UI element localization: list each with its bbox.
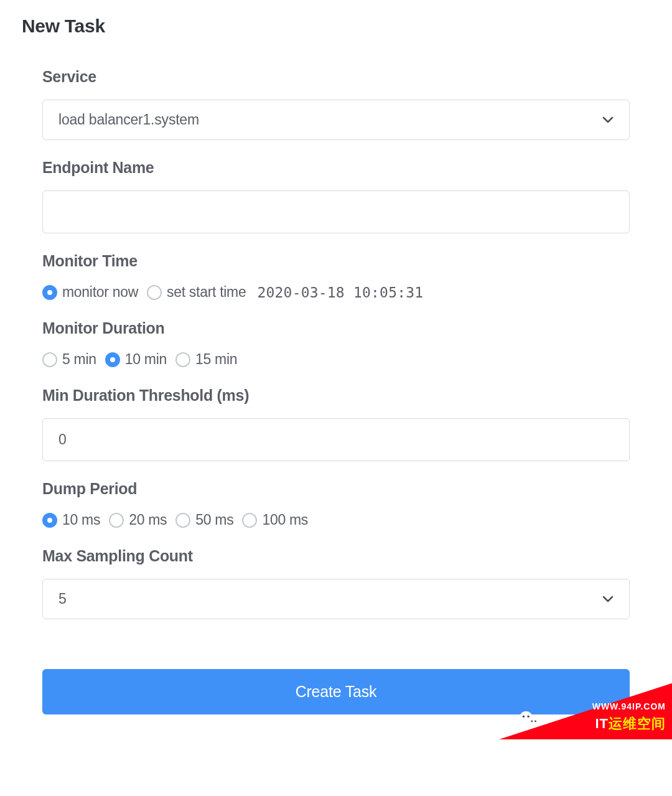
- dump-10ms-label: 10 ms: [62, 512, 100, 528]
- min-duration-threshold-label: Min Duration Threshold (ms): [42, 386, 630, 405]
- radio-icon: [175, 513, 190, 528]
- chevron-down-icon: [602, 596, 614, 603]
- set-start-time-option[interactable]: set start time: [147, 284, 246, 301]
- dump-period-group: Dump Period 10 ms 20 ms 50 ms 100 ms: [42, 480, 630, 528]
- svg-point-3: [527, 716, 529, 718]
- duration-10min-label: 10 min: [125, 351, 167, 368]
- set-start-time-label: set start time: [167, 284, 246, 301]
- dump-20ms-option[interactable]: 20 ms: [109, 512, 167, 528]
- monitor-duration-label: Monitor Duration: [42, 319, 630, 337]
- radio-icon: [42, 352, 57, 367]
- radio-icon: [105, 352, 120, 367]
- chevron-down-icon: [602, 116, 614, 124]
- monitor-now-label: monitor now: [62, 284, 138, 301]
- dump-period-label: Dump Period: [42, 480, 630, 498]
- max-sampling-count-select[interactable]: 5: [42, 579, 630, 619]
- dump-100ms-label: 100 ms: [262, 512, 308, 528]
- start-time-value: 2020-03-18 10:05:31: [257, 284, 423, 301]
- dump-20ms-label: 20 ms: [129, 512, 167, 528]
- min-duration-threshold-group: Min Duration Threshold (ms): [42, 386, 630, 461]
- dump-10ms-option[interactable]: 10 ms: [42, 512, 100, 528]
- watermark-prefix: IT: [595, 716, 609, 731]
- watermark-cn: 运维空间: [609, 716, 666, 731]
- service-group: Service load balancer1.system: [42, 68, 630, 140]
- max-sampling-count-group: Max Sampling Count 5: [42, 547, 630, 619]
- endpoint-name-group: Endpoint Name: [42, 159, 630, 233]
- radio-icon: [42, 513, 57, 528]
- monitor-now-option[interactable]: monitor now: [42, 284, 138, 301]
- create-task-button[interactable]: Create Task: [42, 669, 630, 714]
- new-task-form: Service load balancer1.system Endpoint N…: [22, 68, 650, 714]
- svg-point-1: [528, 717, 539, 728]
- page-title: New Task: [22, 16, 650, 37]
- service-selected-value: load balancer1.system: [58, 111, 602, 128]
- svg-point-4: [531, 720, 533, 722]
- monitor-duration-radios: 5 min 10 min 15 min: [42, 351, 630, 368]
- min-duration-threshold-input[interactable]: [42, 418, 630, 461]
- service-label: Service: [42, 68, 630, 86]
- monitor-time-radios: monitor now set start time 2020-03-18 10…: [42, 284, 630, 301]
- monitor-duration-group: Monitor Duration 5 min 10 min 15 min: [42, 319, 630, 368]
- dump-100ms-option[interactable]: 100 ms: [242, 512, 308, 528]
- max-sampling-count-value: 5: [58, 591, 602, 607]
- svg-point-2: [523, 716, 525, 718]
- service-select[interactable]: load balancer1.system: [42, 100, 630, 140]
- duration-15min-option[interactable]: 15 min: [175, 351, 237, 368]
- endpoint-name-input[interactable]: [42, 190, 630, 233]
- duration-15min-label: 15 min: [195, 351, 237, 368]
- dump-50ms-label: 50 ms: [195, 512, 233, 528]
- radio-icon: [242, 513, 257, 528]
- duration-5min-option[interactable]: 5 min: [42, 351, 96, 368]
- radio-icon: [147, 285, 162, 300]
- watermark-main: IT运维空间: [595, 714, 666, 733]
- svg-point-5: [534, 720, 536, 722]
- duration-5min-label: 5 min: [62, 351, 96, 368]
- radio-icon: [175, 352, 190, 367]
- endpoint-name-label: Endpoint Name: [42, 159, 630, 177]
- dump-50ms-option[interactable]: 50 ms: [175, 512, 233, 528]
- monitor-time-group: Monitor Time monitor now set start time …: [42, 252, 630, 301]
- monitor-time-label: Monitor Time: [42, 252, 630, 270]
- radio-icon: [109, 513, 124, 528]
- radio-icon: [42, 285, 57, 300]
- duration-10min-option[interactable]: 10 min: [105, 351, 167, 368]
- dump-period-radios: 10 ms 20 ms 50 ms 100 ms: [42, 512, 630, 528]
- max-sampling-count-label: Max Sampling Count: [42, 547, 630, 565]
